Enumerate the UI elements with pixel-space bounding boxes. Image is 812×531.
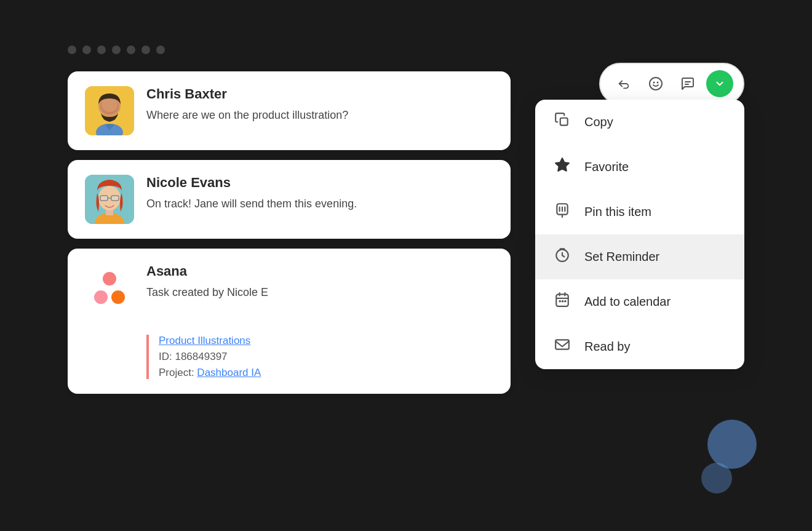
message-text-nicole: On track! Jane will send them this eveni… (146, 196, 493, 212)
message-info-chris: Chris Baxter Where are we on the product… (146, 86, 493, 124)
menu-item-favorite[interactable]: Favorite (535, 145, 744, 190)
app-window: Copy Favorite Pin this item (43, 26, 769, 506)
menu-calendar-label: Add to calendar (584, 295, 671, 309)
menu-copy-label: Copy (584, 115, 613, 129)
menu-favorite-label: Favorite (584, 160, 629, 174)
svg-point-1 (653, 81, 655, 83)
asana-project-label: Project: (159, 367, 197, 378)
svg-rect-5 (560, 118, 568, 125)
pin-icon (552, 202, 572, 222)
message-card-nicole: Nicole Evans On track! Jane will send th… (68, 160, 511, 239)
message-icon-button[interactable] (674, 70, 701, 97)
menu-readby-label: Read by (584, 340, 631, 354)
asana-task-content: Product Illustrations ID: 186849397 Proj… (146, 335, 261, 379)
message-text-chris: Where are we on the product illustration… (146, 107, 493, 124)
svg-rect-31 (111, 196, 119, 201)
asana-id-row: ID: 186849397 (159, 351, 261, 363)
svg-rect-20 (555, 340, 569, 349)
emoji-button[interactable] (642, 70, 669, 97)
calendar-icon (552, 292, 572, 312)
svg-point-0 (650, 78, 662, 90)
asana-project-link[interactable]: Dashboard IA (197, 367, 261, 378)
menu-item-readby[interactable]: Read by (535, 324, 744, 369)
emoji-icon (648, 76, 663, 91)
menu-item-copy[interactable]: Copy (535, 100, 744, 145)
svg-rect-30 (100, 196, 108, 201)
menu-item-calendar[interactable]: Add to calendar (535, 279, 744, 324)
dot-3 (97, 46, 106, 54)
decorative-circle-large (707, 420, 757, 469)
sender-name-asana: Asana (146, 263, 268, 279)
dot-1 (68, 46, 76, 54)
window-decorations (68, 46, 744, 54)
decorative-circle-small (701, 463, 732, 493)
sender-name-chris: Chris Baxter (146, 86, 493, 102)
svg-point-2 (657, 81, 659, 83)
message-card-chris: Chris Baxter Where are we on the product… (68, 71, 511, 150)
message-card-asana: Asana Task created by Nicole E Product I… (68, 249, 511, 394)
reply-icon (617, 77, 631, 90)
asana-dot-right (111, 290, 125, 304)
svg-rect-19 (564, 300, 566, 302)
asana-header: Asana Task created by Nicole E (85, 263, 268, 313)
star-icon (552, 157, 572, 177)
dot-6 (141, 46, 150, 54)
reply-button[interactable] (610, 70, 637, 97)
svg-rect-17 (559, 300, 561, 302)
avatar-asana (85, 263, 134, 313)
avatar-chris (85, 86, 134, 135)
clock-icon (552, 247, 572, 267)
asana-task-link[interactable]: Product Illustrations (159, 335, 250, 346)
asana-dot-left (94, 290, 108, 304)
message-icon (680, 76, 695, 91)
svg-point-12 (562, 248, 563, 249)
envelope-icon (552, 337, 572, 357)
avatar-nicole (85, 175, 134, 224)
svg-point-24 (102, 97, 117, 112)
message-info-nicole: Nicole Evans On track! Jane will send th… (146, 175, 493, 212)
asana-project-row: Project: Dashboard IA (159, 367, 261, 379)
dot-5 (127, 46, 135, 54)
asana-dot-top (103, 272, 116, 285)
menu-reminder-label: Set Reminder (584, 250, 659, 264)
svg-rect-18 (562, 300, 563, 302)
sender-name-nicole: Nicole Evans (146, 175, 493, 191)
menu-item-reminder[interactable]: Set Reminder (535, 234, 744, 279)
context-menu: Copy Favorite Pin this item (535, 100, 744, 369)
chevron-down-icon (714, 78, 725, 89)
more-button[interactable] (706, 70, 733, 97)
action-toolbar (599, 63, 744, 105)
menu-pin-label: Pin this item (584, 205, 651, 219)
dot-2 (82, 46, 91, 54)
dot-7 (156, 46, 165, 54)
messages-list: Chris Baxter Where are we on the product… (68, 71, 511, 394)
asana-info: Asana Task created by Nicole E (146, 263, 268, 301)
menu-item-pin[interactable]: Pin this item (535, 190, 744, 234)
message-text-asana: Task created by Nicole E (146, 284, 268, 301)
copy-icon (552, 112, 572, 132)
dot-4 (112, 46, 121, 54)
